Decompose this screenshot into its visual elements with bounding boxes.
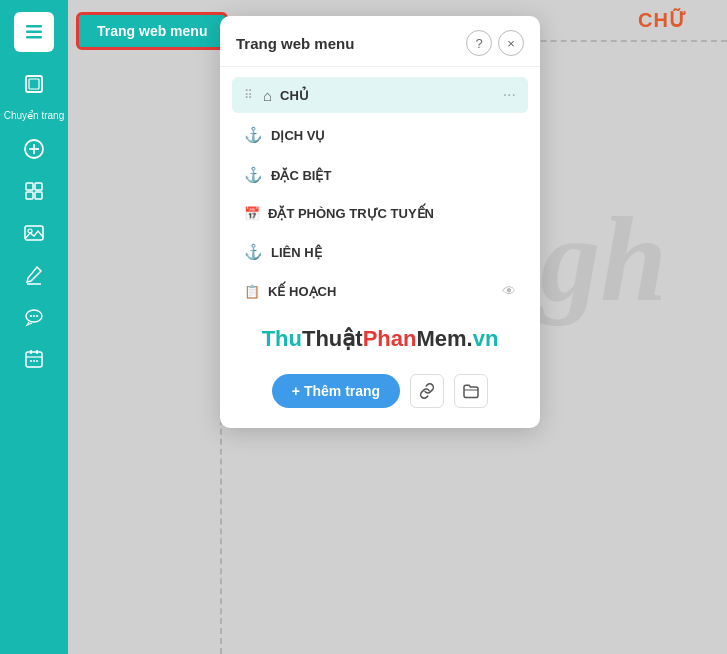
svg-point-17 — [33, 315, 35, 317]
anchor-icon-3: ⚓ — [244, 243, 263, 261]
watermark-vn: vn — [473, 326, 499, 351]
chu-top-label: CHỮ — [638, 8, 687, 32]
svg-point-25 — [36, 360, 38, 362]
menu-item-lien-he[interactable]: ⚓ LIÊN HỆ — [232, 234, 528, 270]
svg-point-23 — [30, 360, 32, 362]
calendar-small-icon: 📅 — [244, 206, 260, 221]
svg-rect-19 — [26, 352, 42, 367]
svg-rect-2 — [26, 36, 42, 39]
modal-header: Trang web menu ? × — [220, 16, 540, 67]
sidebar-top-icon[interactable] — [14, 12, 54, 52]
menu-item-label: ĐẶC BIỆT — [271, 168, 516, 183]
help-button[interactable]: ? — [466, 30, 492, 56]
svg-rect-9 — [35, 183, 42, 190]
menu-item-chu[interactable]: ⠿ ⌂ CHỦ ··· — [232, 77, 528, 113]
nav-label: Chuyển trang — [4, 110, 64, 121]
watermark-mem: Mem — [416, 326, 466, 351]
modal-actions: ? × — [466, 30, 524, 56]
link-icon-button[interactable] — [410, 374, 444, 408]
modal-watermark: ThuThuậtPhanMem.vn — [220, 318, 540, 364]
svg-rect-0 — [26, 25, 42, 28]
menu-button-container: Trang web menu — [76, 12, 228, 50]
home-icon: ⌂ — [263, 87, 272, 104]
pen-icon[interactable] — [16, 257, 52, 293]
menu-item-label: KẾ HOẠCH — [268, 284, 494, 299]
modal-footer: + Thêm trang — [220, 364, 540, 412]
eye-icon[interactable]: 👁 — [502, 283, 516, 299]
file-icon: 📋 — [244, 284, 260, 299]
menu-item-dat-phong[interactable]: 📅 ĐẶT PHÒNG TRỰC TUYẾN — [232, 197, 528, 230]
media-icon[interactable] — [16, 215, 52, 251]
menu-list: ⠿ ⌂ CHỦ ··· ⚓ DỊCH VỤ ⚓ ĐẶC BIỆT 📅 ĐẶT P… — [220, 67, 540, 318]
menu-item-label: CHỦ — [280, 88, 495, 103]
svg-rect-4 — [29, 79, 39, 89]
svg-rect-1 — [26, 31, 42, 34]
drag-handle-icon: ⠿ — [244, 88, 253, 102]
sidebar: Chuyển trang — [0, 0, 68, 654]
svg-point-24 — [33, 360, 35, 362]
anchor-icon: ⚓ — [244, 126, 263, 144]
menu-item-dich-vu[interactable]: ⚓ DỊCH VỤ — [232, 117, 528, 153]
svg-rect-11 — [35, 192, 42, 199]
add-circle-icon[interactable] — [16, 131, 52, 167]
calendar-icon[interactable] — [16, 341, 52, 377]
chat-icon[interactable] — [16, 299, 52, 335]
menu-item-label: DỊCH VỤ — [271, 128, 516, 143]
menu-item-ke-hoach[interactable]: 📋 KẾ HOẠCH 👁 — [232, 274, 528, 308]
modal-title: Trang web menu — [236, 35, 354, 52]
watermark-thu: Thu — [262, 326, 302, 351]
menu-item-label: ĐẶT PHÒNG TRỰC TUYẾN — [268, 206, 516, 221]
svg-point-16 — [30, 315, 32, 317]
modal-panel: Trang web menu ? × ⠿ ⌂ CHỦ ··· ⚓ DỊCH VỤ… — [220, 16, 540, 428]
pages-icon[interactable] — [16, 66, 52, 102]
anchor-icon-2: ⚓ — [244, 166, 263, 184]
menu-item-label: LIÊN HỆ — [271, 245, 516, 260]
watermark-thuat: Thuật — [302, 326, 363, 351]
svg-point-18 — [36, 315, 38, 317]
svg-rect-8 — [26, 183, 33, 190]
add-page-button[interactable]: + Thêm trang — [272, 374, 400, 408]
svg-rect-10 — [26, 192, 33, 199]
folder-icon-button[interactable] — [454, 374, 488, 408]
close-button[interactable]: × — [498, 30, 524, 56]
more-options-icon[interactable]: ··· — [503, 86, 516, 104]
menu-item-dac-biet[interactable]: ⚓ ĐẶC BIỆT — [232, 157, 528, 193]
watermark-phan: Phan — [363, 326, 417, 351]
grid-icon[interactable] — [16, 173, 52, 209]
trang-web-menu-button[interactable]: Trang web menu — [76, 12, 228, 50]
